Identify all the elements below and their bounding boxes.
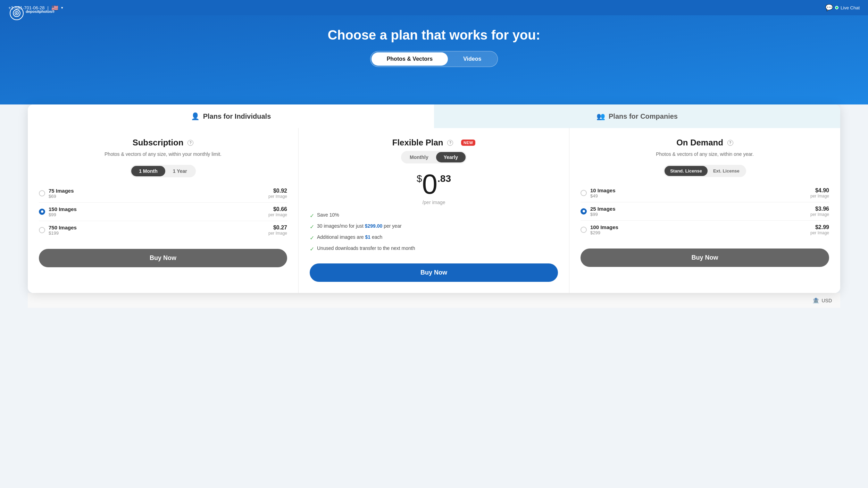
companies-tab[interactable]: 👥 Plans for Companies — [434, 104, 840, 128]
price-750: $199 — [49, 230, 77, 236]
radio-150[interactable] — [39, 209, 45, 215]
radio-25[interactable] — [581, 208, 587, 214]
extended-license-btn[interactable]: Ext. License — [708, 166, 745, 176]
check-icon-4: ✓ — [310, 246, 314, 252]
price-10: $49 — [590, 193, 616, 199]
check-icon-2: ✓ — [310, 224, 314, 230]
currency-label[interactable]: USD — [821, 298, 832, 303]
live-chat-section[interactable]: 💬 Live Chat — [825, 4, 860, 11]
per-image-price-150: $0.66 per Image — [268, 206, 287, 217]
companies-label: Plans for Companies — [609, 112, 678, 120]
on-demand-option-25[interactable]: 25 Images $99 $3.96 per Image — [581, 202, 829, 221]
price-integer: 0 — [422, 170, 438, 198]
label-10-images: 10 Images — [590, 187, 616, 193]
on-demand-option-100[interactable]: 100 Images $299 $2.99 per Image — [581, 221, 829, 239]
flexible-price-display: $ 0 .83 /per image — [310, 170, 558, 205]
yearly-btn[interactable]: Yearly — [436, 152, 466, 162]
feature-30-images-text: 30 images/mo for just $299.00 per year — [317, 223, 402, 229]
individuals-tab[interactable]: 👤 Plans for Individuals — [28, 104, 434, 128]
content-type-switcher: Photos & Vectors Videos — [370, 51, 498, 67]
label-25-images: 25 Images — [590, 206, 616, 212]
live-chat-avatar: 💬 — [825, 4, 833, 11]
subscription-subtitle: Photos & vectors of any size, within you… — [39, 151, 287, 158]
new-badge: NEW — [461, 140, 475, 146]
price-per-unit: /per image — [310, 200, 558, 205]
photos-vectors-tab[interactable]: Photos & Vectors — [372, 52, 448, 66]
flexible-plan-title: Flexible Plan ? NEW — [310, 138, 558, 148]
individual-icon: 👤 — [191, 112, 200, 120]
subscription-option-750[interactable]: 750 Images $199 $0.27 per Image — [39, 221, 287, 239]
price-75: $69 — [49, 194, 74, 199]
per-image-price-10: $4.90 per Image — [810, 187, 829, 199]
feature-30-images: ✓ 30 images/mo for just $299.00 per year — [310, 223, 558, 230]
subscription-options: 75 Images $69 $0.92 per Image — [39, 184, 287, 239]
plan-type-tabs: 👤 Plans for Individuals 👥 Plans for Comp… — [28, 104, 840, 128]
on-demand-plan: On Demand ? Photos & vectors of any size… — [569, 128, 840, 293]
bottom-bar: 🏦 USD — [28, 293, 840, 308]
feature-save: ✓ Save 10% — [310, 212, 558, 219]
label-75-images: 75 Images — [49, 188, 74, 194]
flexible-plan: Flexible Plan ? NEW Monthly Yearly — [299, 128, 569, 293]
subscription-option-150[interactable]: 150 Images $99 $0.66 per Image — [39, 203, 287, 221]
logo-icon — [10, 6, 24, 20]
flexible-buy-button[interactable]: Buy Now — [310, 263, 558, 282]
subscription-buy-button[interactable]: Buy Now — [39, 249, 287, 267]
top-bar: +1-581-701-06-28 | 🇺🇸 ▾ 💬 Live Chat — [0, 0, 868, 15]
one-month-btn[interactable]: 1 Month — [131, 166, 165, 176]
header-section: depositphotos® Choose a plan that works … — [0, 15, 868, 111]
on-demand-subtitle: Photos & vectors of any size, within one… — [581, 151, 829, 158]
logo-text: depositphotos® — [26, 9, 55, 18]
svg-point-2 — [16, 12, 17, 14]
flexible-help-icon[interactable]: ? — [447, 140, 453, 146]
license-toggle: Stand. License Ext. License — [663, 165, 746, 177]
companies-icon: 👥 — [596, 112, 605, 120]
label-100-images: 100 Images — [590, 224, 618, 230]
label-750-images: 750 Images — [49, 225, 77, 230]
per-image-price-75: $0.92 per Image — [268, 188, 287, 199]
price-decimal: .83 — [437, 170, 451, 184]
per-image-price-100: $2.99 per Image — [810, 224, 829, 235]
logo[interactable]: depositphotos® — [10, 6, 55, 20]
individuals-label: Plans for Individuals — [203, 112, 271, 120]
radio-100[interactable] — [581, 227, 587, 233]
monthly-btn[interactable]: Monthly — [402, 152, 436, 162]
videos-tab[interactable]: Videos — [448, 52, 496, 66]
subscription-option-75[interactable]: 75 Images $69 $0.92 per Image — [39, 184, 287, 203]
plans-container: 👤 Plans for Individuals 👥 Plans for Comp… — [28, 104, 840, 293]
per-image-price-750: $0.27 per Image — [268, 225, 287, 236]
radio-10[interactable] — [581, 190, 587, 196]
flexible-features: ✓ Save 10% ✓ 30 images/mo for just $299.… — [310, 212, 558, 252]
feature-unused-text: Unused downloads transfer to the next mo… — [317, 245, 415, 251]
subscription-help-icon[interactable]: ? — [187, 140, 193, 146]
feature-save-text: Save 10% — [317, 212, 339, 218]
price-25: $99 — [590, 212, 616, 217]
subscription-period-toggle: 1 Month 1 Year — [130, 165, 196, 177]
chevron-down-icon[interactable]: ▾ — [61, 6, 63, 10]
subscription-plan: Subscription ? Photos & vectors of any s… — [28, 128, 299, 293]
on-demand-options: 10 Images $49 $4.90 per Image — [581, 184, 829, 239]
price-dollar-sign: $ — [417, 170, 422, 184]
price-150: $99 — [49, 212, 77, 217]
radio-750[interactable] — [39, 227, 45, 233]
feature-additional-text: Additional images are $1 each — [317, 234, 382, 240]
flexible-period-toggle: Monthly Yearly — [401, 151, 467, 163]
standard-license-btn[interactable]: Stand. License — [665, 166, 708, 176]
on-demand-buy-button[interactable]: Buy Now — [581, 249, 829, 267]
feature-unused: ✓ Unused downloads transfer to the next … — [310, 245, 558, 252]
on-demand-option-10[interactable]: 10 Images $49 $4.90 per Image — [581, 184, 829, 202]
check-icon-3: ✓ — [310, 235, 314, 241]
plans-grid: Subscription ? Photos & vectors of any s… — [28, 128, 840, 293]
page-title: Choose a plan that works for you: — [0, 25, 868, 43]
check-icon-1: ✓ — [310, 212, 314, 219]
subscription-title: Subscription ? — [39, 138, 287, 148]
online-indicator — [835, 6, 838, 9]
label-150-images: 150 Images — [49, 206, 77, 212]
currency-icon: 🏦 — [812, 297, 819, 304]
price-100: $299 — [590, 230, 618, 235]
on-demand-help-icon[interactable]: ? — [727, 140, 733, 146]
one-year-btn[interactable]: 1 Year — [165, 166, 195, 176]
feature-additional: ✓ Additional images are $1 each — [310, 234, 558, 241]
radio-75[interactable] — [39, 190, 45, 196]
per-image-price-25: $3.96 per Image — [810, 206, 829, 217]
live-chat-label[interactable]: Live Chat — [841, 5, 860, 10]
